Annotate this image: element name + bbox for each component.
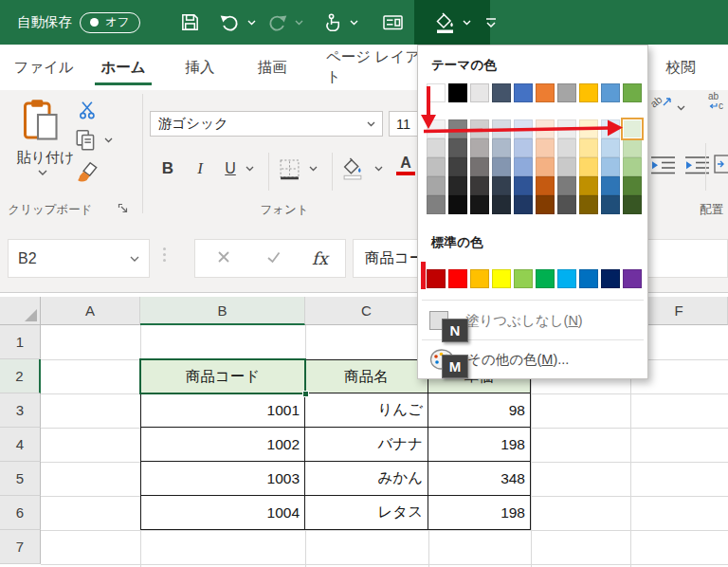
paste-chevron-icon[interactable]	[38, 170, 47, 176]
fill-color-chevron-icon[interactable]	[374, 166, 383, 172]
color-swatch[interactable]	[601, 195, 620, 214]
color-swatch[interactable]	[579, 176, 598, 195]
color-swatch[interactable]	[448, 83, 467, 102]
table-header-cell[interactable]: 商品コード	[140, 359, 305, 393]
table-cell[interactable]: 1003	[140, 462, 305, 496]
color-swatch[interactable]	[492, 83, 511, 102]
color-swatch[interactable]	[601, 138, 620, 157]
tab-home[interactable]: ホーム	[93, 45, 154, 90]
name-box[interactable]: B2	[8, 239, 150, 278]
orientation-button[interactable]: ab	[650, 96, 673, 107]
insert-function-icon[interactable]: fx	[312, 248, 328, 268]
color-swatch[interactable]	[601, 176, 620, 195]
color-swatch[interactable]	[601, 83, 620, 102]
column-header-B[interactable]: B	[140, 297, 305, 325]
column-header-C[interactable]: C	[305, 297, 428, 325]
borders-chevron-icon[interactable]	[309, 166, 318, 172]
row-header-1[interactable]: 1	[0, 325, 41, 359]
color-swatch[interactable]	[601, 119, 620, 138]
color-swatch[interactable]	[536, 195, 555, 214]
confirm-icon[interactable]	[265, 249, 282, 268]
table-cell[interactable]: 1001	[140, 393, 305, 428]
color-swatch[interactable]	[557, 138, 576, 157]
row-header-6[interactable]: 6	[0, 496, 41, 530]
formula-bar-resize-handle[interactable]	[163, 247, 166, 262]
font-color-button[interactable]: A	[394, 156, 417, 175]
touch-mode-button[interactable]	[318, 0, 362, 45]
wrap-text-icon[interactable]: ab c	[708, 92, 723, 111]
color-swatch[interactable]	[427, 138, 446, 157]
color-swatch[interactable]	[492, 195, 511, 214]
color-swatch[interactable]	[557, 269, 576, 288]
bold-button[interactable]: B	[155, 155, 180, 183]
tab-insert[interactable]: 挿入	[176, 45, 224, 90]
color-swatch[interactable]	[623, 138, 642, 157]
copy-button[interactable]	[74, 128, 99, 153]
color-swatch[interactable]	[557, 195, 576, 214]
color-swatch[interactable]	[623, 269, 642, 288]
color-swatch[interactable]	[601, 269, 620, 288]
color-swatch[interactable]	[536, 83, 555, 102]
color-swatch[interactable]	[427, 157, 446, 176]
table-cell[interactable]: 1002	[140, 428, 305, 462]
underline-chevron-icon[interactable]	[246, 166, 254, 172]
fill-color-ribbon-button[interactable]	[341, 156, 365, 180]
table-cell[interactable]: 198	[428, 428, 531, 462]
color-swatch[interactable]	[579, 138, 598, 157]
merge-center-button[interactable]	[713, 153, 728, 175]
table-cell[interactable]: バナナ	[305, 428, 428, 462]
color-swatch[interactable]	[579, 157, 598, 176]
color-swatch[interactable]	[427, 119, 446, 138]
table-cell[interactable]: レタス	[305, 496, 428, 530]
color-swatch[interactable]	[470, 119, 489, 138]
color-swatch[interactable]	[470, 157, 489, 176]
column-header-A[interactable]: A	[41, 297, 140, 325]
borders-button[interactable]	[279, 158, 300, 180]
color-swatch[interactable]	[514, 138, 533, 157]
color-swatch[interactable]	[492, 176, 511, 195]
color-swatch[interactable]	[536, 138, 555, 157]
row-header-2[interactable]: 2	[0, 359, 41, 393]
color-swatch[interactable]	[470, 176, 489, 195]
row-header-3[interactable]: 3	[0, 393, 41, 428]
save-button[interactable]	[175, 0, 205, 45]
color-swatch[interactable]	[579, 269, 598, 288]
table-cell[interactable]: みかん	[305, 462, 428, 496]
color-swatch[interactable]	[557, 119, 576, 138]
color-swatch[interactable]	[579, 83, 598, 102]
color-swatch[interactable]	[470, 269, 489, 288]
row-header-4[interactable]: 4	[0, 428, 41, 462]
orientation-chevron-icon[interactable]	[677, 105, 685, 111]
font-name-combo[interactable]: 游ゴシック	[150, 111, 383, 137]
color-swatch[interactable]	[427, 195, 446, 214]
color-swatch[interactable]	[623, 176, 642, 195]
color-swatch[interactable]	[514, 195, 533, 214]
color-swatch[interactable]	[536, 176, 555, 195]
color-swatch[interactable]	[623, 83, 642, 102]
row-header-5[interactable]: 5	[0, 462, 41, 496]
color-swatch[interactable]	[536, 119, 555, 138]
underline-button[interactable]: U	[218, 155, 243, 183]
color-swatch[interactable]	[470, 138, 489, 157]
table-cell[interactable]: 1004	[140, 496, 305, 530]
italic-button[interactable]: I	[188, 155, 212, 183]
select-all-corner[interactable]	[0, 297, 41, 325]
color-swatch[interactable]	[514, 119, 533, 138]
cut-button[interactable]	[78, 100, 99, 120]
color-swatch[interactable]	[470, 195, 489, 214]
color-swatch[interactable]	[448, 195, 467, 214]
row-header-7[interactable]: 7	[0, 530, 41, 564]
color-swatch[interactable]	[536, 269, 555, 288]
color-swatch[interactable]	[514, 83, 533, 102]
color-swatch[interactable]	[492, 269, 511, 288]
color-swatch[interactable]	[557, 157, 576, 176]
color-swatch[interactable]	[470, 83, 489, 102]
qat-overflow-button[interactable]	[480, 0, 502, 45]
color-swatch[interactable]	[448, 138, 467, 157]
color-swatch[interactable]	[514, 157, 533, 176]
tab-review[interactable]: 校閲	[658, 45, 703, 90]
decrease-indent-button[interactable]	[650, 155, 676, 176]
table-cell[interactable]: 98	[428, 393, 531, 428]
color-swatch[interactable]	[492, 157, 511, 176]
color-swatch[interactable]	[557, 83, 576, 102]
